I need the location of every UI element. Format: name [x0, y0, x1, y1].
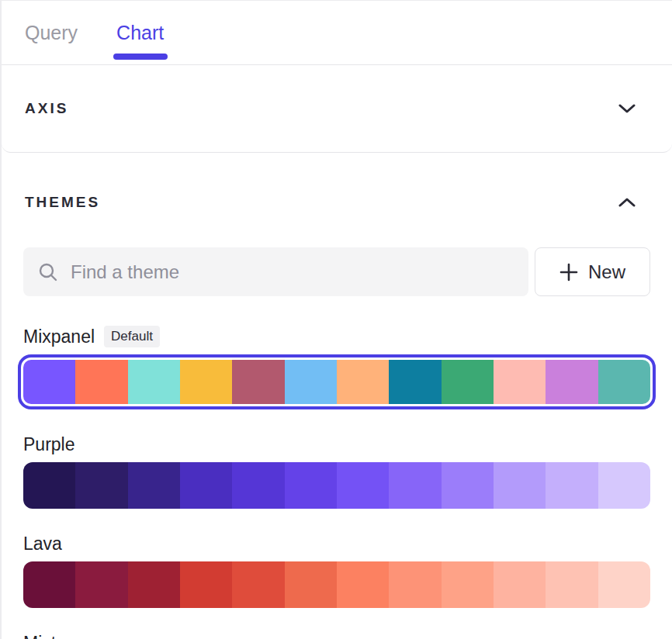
themes-collapse-button[interactable] — [616, 192, 638, 213]
theme-swatch — [337, 360, 389, 404]
theme-entry: Mist — [23, 633, 650, 639]
theme-default-badge: Default — [104, 326, 160, 347]
theme-swatch — [232, 462, 284, 509]
tab-chart-label: Chart — [116, 22, 164, 44]
plus-icon — [559, 263, 578, 282]
theme-swatch — [23, 561, 75, 608]
theme-swatch — [598, 360, 650, 404]
theme-swatch — [285, 462, 337, 509]
new-theme-button[interactable]: New — [535, 247, 650, 296]
theme-search-input[interactable] — [71, 261, 514, 283]
theme-palette — [23, 561, 650, 608]
chevron-down-icon — [618, 103, 636, 114]
theme-swatch — [285, 561, 337, 608]
theme-swatch — [389, 561, 441, 608]
theme-name: Mist — [23, 633, 56, 639]
theme-swatch — [180, 360, 232, 404]
theme-swatch — [285, 360, 337, 404]
theme-swatch — [128, 561, 180, 608]
theme-label-row: Mist — [23, 633, 650, 639]
theme-swatch — [389, 360, 441, 404]
chevron-up-icon — [618, 197, 636, 208]
theme-swatch — [494, 561, 546, 608]
theme-label-row: Purple — [23, 434, 650, 455]
theme-swatch — [128, 360, 180, 404]
theme-label-row: Mixpanel Default — [23, 326, 650, 347]
theme-swatch — [232, 360, 284, 404]
theme-swatch — [442, 462, 494, 509]
tab-query[interactable]: Query — [25, 1, 78, 64]
theme-toolbar: New — [23, 247, 650, 296]
axis-section-title: AXIS — [25, 100, 68, 117]
search-icon — [37, 261, 59, 283]
theme-swatch — [494, 462, 546, 509]
theme-swatch — [546, 561, 598, 608]
theme-swatch — [23, 462, 75, 509]
themes-section: THEMES — [2, 153, 672, 639]
theme-swatch-row[interactable] — [23, 561, 650, 608]
theme-swatch — [75, 561, 127, 608]
theme-swatch-row[interactable] — [18, 354, 656, 409]
theme-swatch — [598, 561, 650, 608]
theme-swatch — [337, 462, 389, 509]
theme-entry: Mixpanel Default — [23, 326, 650, 409]
theme-name: Mixpanel — [23, 326, 95, 347]
theme-swatch — [389, 462, 441, 509]
new-theme-button-label: New — [588, 261, 625, 283]
theme-swatch — [337, 561, 389, 608]
themes-section-title: THEMES — [25, 194, 100, 211]
theme-entry: Purple — [23, 434, 650, 509]
theme-swatch — [128, 462, 180, 509]
theme-swatch — [442, 360, 494, 404]
tab-query-label: Query — [25, 22, 78, 44]
theme-swatch — [494, 360, 546, 404]
theme-swatch — [546, 360, 598, 404]
theme-swatch — [180, 561, 232, 608]
theme-swatch — [180, 462, 232, 509]
theme-entry: Lava — [23, 534, 650, 608]
theme-swatch — [232, 561, 284, 608]
themes-section-header[interactable]: THEMES — [23, 153, 650, 213]
axis-expand-button[interactable] — [616, 98, 638, 119]
theme-swatch — [442, 561, 494, 608]
theme-swatch-row[interactable] — [23, 462, 650, 509]
active-tab-indicator — [113, 54, 168, 60]
theme-swatch — [598, 462, 650, 509]
theme-name: Purple — [23, 434, 74, 455]
tab-chart[interactable]: Chart — [116, 1, 164, 64]
theme-name: Lava — [23, 534, 62, 554]
theme-search[interactable] — [23, 247, 528, 296]
theme-label-row: Lava — [23, 534, 650, 554]
tab-bar: Query Chart — [2, 1, 672, 65]
theme-palette — [23, 462, 650, 509]
theme-palette — [23, 360, 650, 404]
axis-section[interactable]: AXIS — [2, 65, 672, 153]
theme-swatch — [546, 462, 598, 509]
chart-settings-panel: Query Chart AXIS THEMES — [2, 1, 672, 639]
theme-list: Mixpanel Default Purple Lava Mist — [23, 326, 650, 639]
theme-swatch — [75, 360, 127, 404]
theme-swatch — [23, 360, 75, 404]
theme-swatch — [75, 462, 127, 509]
